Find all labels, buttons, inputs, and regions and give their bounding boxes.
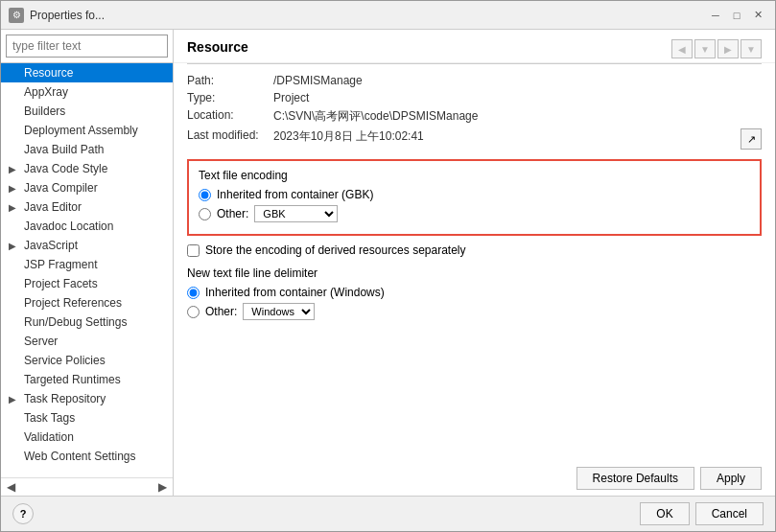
titlebar: ⚙ Properties fo... ─ □ ✕ bbox=[1, 1, 775, 30]
maximize-button[interactable]: □ bbox=[727, 6, 746, 25]
close-button[interactable]: ✕ bbox=[748, 6, 767, 25]
tree-arrow-java-editor: ▶ bbox=[9, 202, 20, 213]
tree-label-builders: Builders bbox=[24, 104, 65, 118]
forward-dropdown-button[interactable]: ▼ bbox=[741, 39, 762, 58]
titlebar-left: ⚙ Properties fo... bbox=[9, 8, 105, 23]
location-row: Location: C:\SVN\高考网评\code\DPSMISManage bbox=[187, 108, 762, 125]
main-content: Resource AppXray Builders Deployment Ass… bbox=[1, 30, 775, 496]
cancel-button[interactable]: Cancel bbox=[695, 502, 764, 525]
location-label: Location: bbox=[187, 108, 273, 125]
bottom-left: ? bbox=[12, 503, 634, 524]
ok-button[interactable]: OK bbox=[640, 502, 689, 525]
forward-button[interactable]: ▶ bbox=[717, 39, 739, 58]
store-checkbox-label: Store the encoding of derived resources … bbox=[205, 243, 466, 257]
tree-item-appxray[interactable]: AppXray bbox=[1, 82, 173, 102]
radio-other-row: Other: GBK UTF-8 UTF-16 ISO-8859-1 bbox=[199, 205, 750, 222]
type-row: Type: Project bbox=[187, 91, 762, 104]
tree-label-appxray: AppXray bbox=[24, 85, 68, 99]
radio-inherited-row: Inherited from container (GBK) bbox=[199, 188, 750, 201]
tree-item-java-build-path[interactable]: Java Build Path bbox=[1, 140, 173, 159]
bottom-bar: ? OK Cancel bbox=[1, 496, 775, 531]
delimiter-inherited-radio[interactable] bbox=[187, 287, 200, 299]
scroll-left-icon[interactable]: ◀ bbox=[7, 480, 15, 494]
tree-item-run-debug[interactable]: Run/Debug Settings bbox=[1, 312, 173, 332]
tree-item-service-policies[interactable]: Service Policies bbox=[1, 351, 173, 370]
delimiter-section: New text file line delimiter Inherited f… bbox=[187, 266, 762, 320]
delimiter-other-radio[interactable] bbox=[187, 306, 200, 318]
tree-item-project-references[interactable]: Project References bbox=[1, 293, 173, 312]
delimiter-inherited-row: Inherited from container (Windows) bbox=[187, 286, 762, 299]
titlebar-controls: ─ □ ✕ bbox=[706, 6, 767, 25]
tree-item-java-editor[interactable]: ▶ Java Editor bbox=[1, 197, 173, 217]
back-button[interactable]: ◀ bbox=[671, 39, 693, 58]
tree-item-project-facets[interactable]: Project Facets bbox=[1, 274, 173, 293]
encoding-other-label: Other: bbox=[217, 207, 248, 220]
encoding-dropdown[interactable]: GBK UTF-8 UTF-16 ISO-8859-1 bbox=[254, 205, 338, 222]
filter-input[interactable] bbox=[6, 35, 168, 58]
tree-label-server: Server bbox=[24, 335, 58, 348]
store-encoding-checkbox[interactable] bbox=[187, 244, 200, 257]
tree-arrow-java-code-style: ▶ bbox=[9, 164, 20, 174]
restore-defaults-button[interactable]: Restore Defaults bbox=[576, 467, 694, 490]
tree-label-web-content-settings: Web Content Settings bbox=[24, 450, 136, 463]
tree-item-web-content-settings[interactable]: Web Content Settings bbox=[1, 447, 173, 466]
last-modified-value: 2023年10月8日 上午10:02:41 bbox=[273, 128, 424, 145]
tree-label-javadoc-location: Javadoc Location bbox=[24, 220, 113, 233]
back-dropdown-button[interactable]: ▼ bbox=[694, 39, 716, 58]
scroll-controls: ◀ ▶ bbox=[1, 477, 173, 496]
location-value: C:\SVN\高考网评\code\DPSMISManage bbox=[273, 108, 478, 125]
tree-label-java-build-path: Java Build Path bbox=[24, 143, 104, 156]
tree-item-task-tags[interactable]: Task Tags bbox=[1, 408, 173, 428]
encoding-box: Text file encoding Inherited from contai… bbox=[187, 159, 762, 236]
tree-label-service-policies: Service Policies bbox=[24, 354, 106, 367]
encoding-title: Text file encoding bbox=[199, 169, 750, 182]
tree-label-task-tags: Task Tags bbox=[24, 411, 75, 425]
last-modified-label: Last modified: bbox=[187, 128, 273, 145]
last-modified-row: Last modified: 2023年10月8日 上午10:02:41 ↗ bbox=[187, 128, 762, 150]
action-buttons-row: Restore Defaults Apply bbox=[174, 463, 775, 496]
encoding-inherited-radio[interactable] bbox=[199, 189, 211, 201]
encoding-other-radio[interactable] bbox=[199, 208, 211, 220]
delimiter-other-label: Other: bbox=[205, 305, 237, 318]
tree-label-project-references: Project References bbox=[24, 296, 122, 310]
encoding-inherited-label: Inherited from container (GBK) bbox=[217, 188, 373, 201]
delimiter-dropdown[interactable]: Windows Unix Mac bbox=[243, 303, 315, 320]
tree-label-validation: Validation bbox=[24, 430, 74, 444]
tree-item-targeted-runtimes[interactable]: Targeted Runtimes bbox=[1, 370, 173, 389]
properties-window: ⚙ Properties fo... ─ □ ✕ Resource AppXra… bbox=[0, 0, 776, 532]
type-value: Project bbox=[273, 91, 309, 104]
window-icon: ⚙ bbox=[9, 8, 24, 23]
store-checkbox-row: Store the encoding of derived resources … bbox=[187, 243, 762, 257]
tree-item-builders[interactable]: Builders bbox=[1, 102, 173, 121]
apply-button[interactable]: Apply bbox=[700, 467, 762, 490]
external-link-button[interactable]: ↗ bbox=[741, 128, 762, 150]
tree-label-deployment: Deployment Assembly bbox=[24, 124, 138, 137]
tree-item-server[interactable]: Server bbox=[1, 332, 173, 351]
nav-buttons: ◀ ▼ ▶ ▼ bbox=[671, 39, 762, 58]
help-button[interactable]: ? bbox=[12, 503, 34, 524]
path-row: Path: /DPSMISManage bbox=[187, 74, 762, 87]
delimiter-inherited-label: Inherited from container (Windows) bbox=[205, 286, 385, 299]
window-title: Properties fo... bbox=[30, 9, 105, 22]
tree-item-resource[interactable]: Resource bbox=[1, 63, 173, 82]
tree-arrow-javascript: ▶ bbox=[9, 241, 20, 251]
tree-item-jsp-fragment[interactable]: JSP Fragment bbox=[1, 255, 173, 274]
tree-item-java-compiler[interactable]: ▶ Java Compiler bbox=[1, 178, 173, 197]
tree-item-javascript[interactable]: ▶ JavaScript bbox=[1, 236, 173, 255]
right-header: Resource ◀ ▼ ▶ ▼ bbox=[174, 30, 775, 63]
tree-item-validation[interactable]: Validation bbox=[1, 428, 173, 447]
tree-item-java-code-style[interactable]: ▶ Java Code Style bbox=[1, 159, 173, 178]
delimiter-title: New text file line delimiter bbox=[187, 266, 762, 280]
tree-label-jsp-fragment: JSP Fragment bbox=[24, 258, 97, 271]
tree-label-java-code-style: Java Code Style bbox=[24, 162, 107, 175]
tree-item-deployment[interactable]: Deployment Assembly bbox=[1, 121, 173, 140]
minimize-button[interactable]: ─ bbox=[706, 6, 725, 25]
tree-item-task-repository[interactable]: ▶ Task Repository bbox=[1, 389, 173, 408]
tree-label-java-compiler: Java Compiler bbox=[24, 181, 98, 195]
tree-item-javadoc-location[interactable]: Javadoc Location bbox=[1, 217, 173, 236]
tree-arrow-java-compiler: ▶ bbox=[9, 183, 20, 194]
tree-label-targeted-runtimes: Targeted Runtimes bbox=[24, 373, 121, 386]
tree-area: Resource AppXray Builders Deployment Ass… bbox=[1, 62, 173, 477]
scroll-right-icon[interactable]: ▶ bbox=[158, 480, 167, 494]
tree-label-java-editor: Java Editor bbox=[24, 200, 82, 214]
